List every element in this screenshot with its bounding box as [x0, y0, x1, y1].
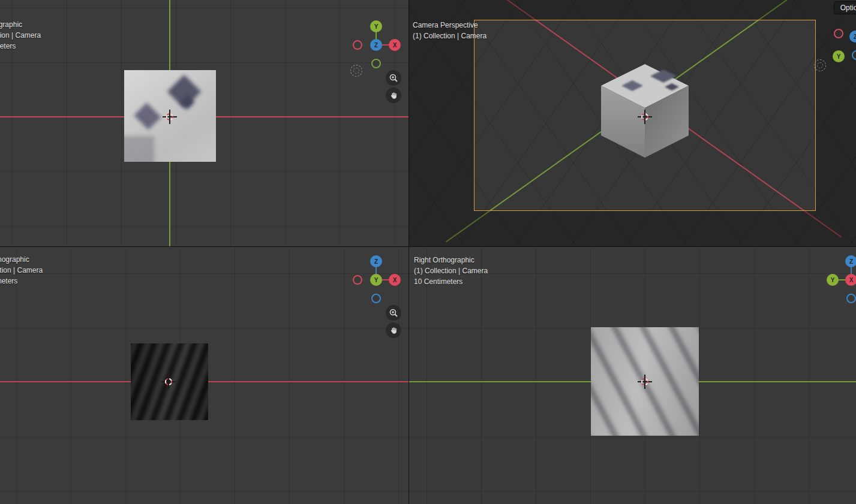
camera-object-icon[interactable] [350, 65, 362, 77]
gizmo-axis-y[interactable]: Y [833, 50, 845, 62]
gizmo-axis-y[interactable]: Y [370, 20, 382, 32]
viewport-info-block: Right Orthographic (1) Collection | Came… [414, 255, 488, 287]
camera-object-icon[interactable] [814, 59, 826, 71]
viewport-info-block: Front Orthographic (1) Collection | Came… [0, 254, 43, 286]
view-scale: 10 Centimeters [414, 276, 488, 287]
view-context: (1) Collection | Camera [0, 265, 43, 276]
cube-shading [124, 136, 154, 162]
view-context: (1) Collection | Camera [413, 31, 486, 41]
view-scale: 10 Centimeters [0, 41, 41, 52]
gizmo-axis-y[interactable]: Y [827, 274, 839, 286]
gizmo-axis-z-neg[interactable] [371, 294, 381, 303]
zoom-button[interactable] [386, 70, 401, 86]
viewport-info-block: Camera Perspective (1) Collection | Came… [413, 20, 486, 41]
view-context: (1) Collection | Camera [414, 265, 488, 276]
cube-texture-mark [134, 102, 161, 129]
gizmo-axis-x-neg[interactable] [834, 29, 843, 38]
gizmo-axis-y[interactable]: Y [370, 274, 382, 286]
gizmo-axis-x-neg[interactable] [353, 40, 362, 50]
view-scale: 10 Centimeters [0, 276, 43, 286]
gizmo-axis-x[interactable]: X [389, 274, 401, 286]
view-context: (1) Collection | Camera [0, 30, 41, 41]
hand-icon [389, 326, 398, 335]
viewport-info-block: Top Orthographic (1) Collection | Camera… [0, 19, 41, 52]
gizmo-axis-z[interactable]: Z [370, 255, 382, 267]
quad-view: Y Z X Top Orthographic (1) Collection | … [0, 0, 856, 504]
gizmo-axis-y-neg[interactable] [371, 59, 381, 68]
gizmo-axis-z[interactable]: Z [845, 255, 856, 267]
viewport-front-ortho[interactable]: Z Y X Front Orthographic (1) Collection … [0, 247, 409, 504]
magnifier-plus-icon [389, 308, 398, 318]
view-name: Top Orthographic [0, 19, 41, 30]
zoom-button[interactable] [386, 305, 401, 321]
gizmo-axis-z[interactable]: Z [370, 39, 382, 51]
move-view-button[interactable] [386, 322, 401, 338]
hand-icon [389, 91, 398, 100]
gizmo-axis-x-neg[interactable] [353, 275, 362, 285]
gizmo-axis-z-neg[interactable] [846, 294, 856, 303]
view-name: Front Orthographic [0, 254, 43, 265]
options-button[interactable]: Options [834, 1, 856, 14]
magnifier-plus-icon [389, 73, 398, 83]
viewport-right-ortho[interactable]: Z Y X Right Orthographic (1) Collection … [409, 247, 856, 504]
view-name: Right Orthographic [414, 255, 488, 265]
gizmo-axis-x[interactable]: X [845, 274, 856, 286]
gizmo-axis-x[interactable]: X [389, 39, 401, 51]
move-view-button[interactable] [386, 87, 401, 103]
view-name: Camera Perspective [413, 20, 486, 31]
viewport-camera-persp[interactable]: Y Z Camera Perspective (1) Collection | … [409, 0, 856, 246]
viewport-top-ortho[interactable]: Y Z X Top Orthographic (1) Collection | … [0, 0, 409, 246]
